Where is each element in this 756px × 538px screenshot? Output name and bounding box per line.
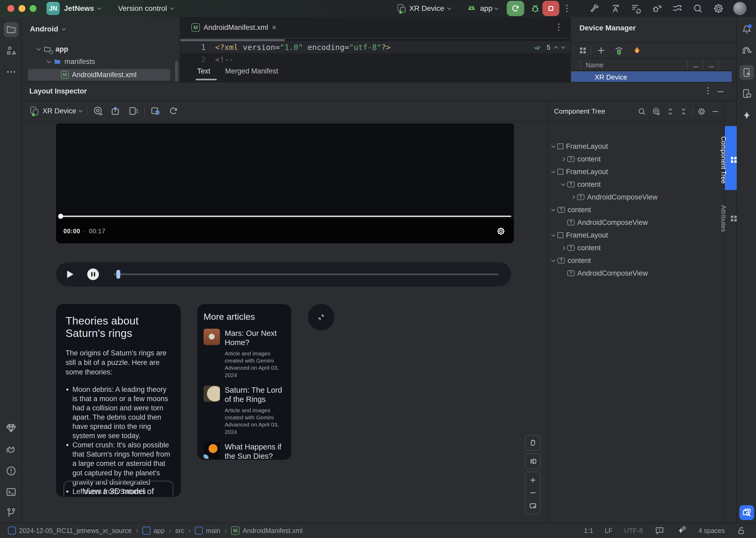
breadcrumb-item[interactable]: 2024-12-05_RC11_jetnews_xr_source bbox=[8, 527, 132, 535]
project-view-selector[interactable]: Android bbox=[30, 25, 65, 33]
device-row-xr-device[interactable]: XR Device bbox=[571, 71, 732, 82]
tree-node[interactable]: ?content bbox=[548, 153, 724, 165]
breadcrumb-item[interactable]: MAndroidManifest.xml bbox=[231, 526, 302, 535]
next-problem-icon[interactable] bbox=[561, 44, 565, 49]
inspector-canvas[interactable]: 00:00 · 00:17 Theories bbox=[22, 122, 548, 523]
hide-tree-icon[interactable] bbox=[711, 107, 720, 116]
tab-text[interactable]: Text bbox=[197, 67, 210, 75]
name-column-header[interactable]: Name bbox=[586, 59, 604, 71]
file-encoding[interactable]: UTF-8 bbox=[624, 527, 643, 535]
layout-inspector-toggle-button[interactable] bbox=[739, 505, 754, 520]
tree-node[interactable]: FrameLayout bbox=[548, 165, 724, 178]
tab-component-tree[interactable]: Component Tree bbox=[725, 126, 737, 190]
build-hammer-icon[interactable] bbox=[589, 3, 601, 14]
editor-scroll-indicator[interactable] bbox=[180, 39, 285, 41]
tree-node[interactable]: ?content bbox=[548, 178, 724, 191]
problems-tool-button[interactable] bbox=[4, 463, 19, 478]
tree-item-manifest-file[interactable]: M AndroidManifest.xml bbox=[61, 69, 137, 81]
column-header-more[interactable]: ... bbox=[708, 59, 714, 71]
git-tool-button[interactable] bbox=[4, 505, 19, 520]
breadcrumb-item[interactable]: src bbox=[175, 527, 184, 535]
editor-tab-androidmanifest[interactable]: M AndroidManifest.xml × bbox=[185, 17, 283, 38]
collapse-panel-button[interactable] bbox=[308, 304, 334, 330]
zoom-fit-icon[interactable] bbox=[528, 501, 537, 510]
chevron-down-icon[interactable] bbox=[552, 232, 555, 237]
inspector-options-kebab[interactable] bbox=[707, 87, 709, 94]
vcs-update-icon[interactable] bbox=[671, 3, 683, 14]
refresh-icon[interactable] bbox=[168, 105, 179, 117]
user-avatar[interactable] bbox=[733, 2, 746, 15]
tree-settings-gear-icon[interactable] bbox=[697, 107, 706, 116]
add-device-icon[interactable] bbox=[596, 45, 607, 56]
tab-merged-manifest[interactable]: Merged Manifest bbox=[225, 67, 278, 75]
snapshot-list-icon[interactable] bbox=[128, 105, 140, 117]
device-selector[interactable]: XR Device bbox=[396, 3, 451, 14]
zoom-in-icon[interactable] bbox=[529, 476, 537, 484]
line-ending[interactable]: LF bbox=[605, 527, 612, 535]
tree-node[interactable]: ?AndroidComposeView bbox=[548, 216, 724, 229]
profiler-tool-button[interactable] bbox=[4, 442, 19, 457]
article-list-item[interactable]: Mars: Our Next Home?Article and images c… bbox=[204, 329, 285, 379]
video-settings-gear-icon[interactable] bbox=[496, 226, 506, 236]
vcs-widget[interactable]: Version control bbox=[114, 4, 174, 13]
article-list-item[interactable]: Saturn: The Lord of the RingsArticle and… bbox=[204, 386, 285, 436]
search-everywhere-icon[interactable] bbox=[692, 3, 704, 14]
chevron-down-icon[interactable] bbox=[552, 258, 555, 262]
window-controls[interactable] bbox=[7, 5, 41, 12]
tab-attributes[interactable]: Attributes bbox=[725, 198, 737, 235]
tree-node[interactable]: ?AndroidComposeView bbox=[548, 191, 724, 203]
article-list-item[interactable]: What Happens if the Sun Dies?Article and… bbox=[204, 442, 285, 460]
chevron-right-icon[interactable] bbox=[571, 195, 575, 199]
chevron-down-icon[interactable] bbox=[552, 143, 555, 148]
run-more-options[interactable] bbox=[566, 5, 567, 12]
tree-node[interactable]: FrameLayout bbox=[548, 140, 724, 153]
minimize-window-button[interactable] bbox=[19, 5, 26, 12]
inspection-widget[interactable]: 5 bbox=[533, 41, 565, 53]
code-line[interactable]: 1<?xml version="1.0" encoding="utf-8"?> bbox=[180, 41, 570, 53]
settings-gear-icon[interactable] bbox=[713, 3, 724, 14]
pause-button[interactable] bbox=[87, 268, 99, 280]
notifications-button[interactable] bbox=[739, 22, 754, 37]
export-snapshot-icon[interactable] bbox=[110, 105, 122, 117]
indent-setting[interactable]: 4 spaces bbox=[698, 527, 725, 535]
chevron-right-icon[interactable] bbox=[561, 157, 565, 161]
3d-mode-button[interactable] bbox=[525, 454, 541, 469]
device-grid-view-icon[interactable] bbox=[580, 48, 586, 53]
inspections-widget-icon[interactable] bbox=[655, 526, 665, 536]
filter-view-options-icon[interactable] bbox=[651, 107, 661, 116]
tree-node[interactable]: ?content bbox=[548, 254, 724, 267]
video-progress-track[interactable] bbox=[60, 216, 511, 217]
tree-node[interactable]: ?AndroidComposeView bbox=[548, 267, 724, 280]
running-devices-button[interactable] bbox=[739, 86, 754, 101]
rerun-button[interactable] bbox=[507, 1, 524, 16]
chevron-down-icon[interactable] bbox=[552, 169, 555, 173]
close-tab-icon[interactable]: × bbox=[272, 24, 277, 31]
pan-tool-button[interactable] bbox=[525, 435, 541, 451]
project-tool-button[interactable] bbox=[4, 22, 19, 37]
gradle-button[interactable] bbox=[739, 43, 754, 58]
more-tool-windows-button[interactable] bbox=[4, 65, 19, 79]
chevron-down-icon[interactable] bbox=[552, 207, 555, 211]
device-manager-button[interactable] bbox=[739, 65, 754, 80]
tree-node[interactable]: ?content bbox=[548, 242, 724, 254]
minimize-panel-icon[interactable] bbox=[716, 87, 726, 97]
column-header-more[interactable]: ... bbox=[693, 59, 699, 71]
maximize-window-button[interactable] bbox=[29, 5, 36, 12]
firebase-icon[interactable] bbox=[632, 45, 642, 56]
live-updates-icon[interactable] bbox=[149, 105, 161, 117]
code-line[interactable]: 2<!-- bbox=[180, 53, 570, 66]
collapse-all-icon[interactable] bbox=[679, 107, 688, 116]
breadcrumb-item[interactable]: app bbox=[143, 527, 165, 535]
search-icon[interactable] bbox=[637, 107, 647, 116]
project-widget[interactable]: JN JetNews bbox=[46, 2, 101, 15]
debug-button[interactable] bbox=[527, 1, 544, 16]
close-window-button[interactable] bbox=[7, 5, 14, 12]
app-quality-insights-button[interactable] bbox=[4, 421, 19, 436]
view-3d-model-button[interactable]: View a 3D model of bbox=[63, 481, 173, 497]
gemini-button[interactable] bbox=[739, 108, 754, 123]
project-scrollbar[interactable] bbox=[175, 61, 178, 82]
structure-tool-button[interactable] bbox=[4, 43, 19, 58]
breadcrumb-item[interactable]: main bbox=[195, 527, 220, 535]
zoom-out-icon[interactable] bbox=[529, 489, 537, 497]
profiler-bug-icon[interactable] bbox=[651, 3, 663, 14]
